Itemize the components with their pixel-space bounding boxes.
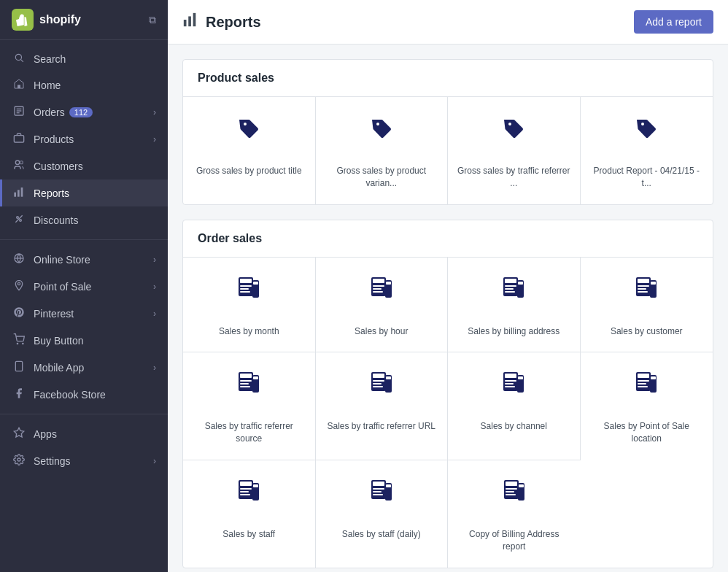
svg-rect-70 — [505, 374, 516, 378]
search-nav-icon — [12, 53, 26, 65]
sidebar-item-online-store[interactable]: Online Store› — [0, 246, 168, 273]
page-title: Reports — [206, 14, 261, 31]
report-card-sales-pos-location[interactable]: Sales by Point of Sale location — [581, 352, 713, 460]
svg-point-19 — [17, 343, 18, 344]
svg-rect-96 — [373, 494, 383, 495]
report-icon-sales-billing-address — [499, 275, 528, 318]
report-icon-copy-billing-address — [500, 478, 529, 521]
report-card-sales-staff[interactable]: Sales by staff — [183, 460, 316, 568]
orders-badge: 112 — [69, 107, 93, 117]
svg-rect-39 — [373, 288, 382, 290]
svg-rect-7 — [14, 136, 23, 142]
reports-icon — [182, 12, 198, 32]
svg-rect-2 — [18, 85, 20, 88]
svg-rect-33 — [240, 291, 250, 293]
point-of-sale-nav-icon — [12, 279, 26, 293]
report-card-sales-traffic-referrer-source[interactable]: Sales by traffic referrer source — [183, 352, 316, 460]
report-card-gross-product-title[interactable]: Gross sales by product title — [183, 97, 316, 204]
report-card-sales-hour[interactable]: Sales by hour — [316, 258, 449, 353]
sidebar-item-reports[interactable]: Reports — [0, 179, 168, 206]
sidebar-item-pinterest[interactable]: Pinterest› — [0, 300, 168, 327]
report-card-sales-channel[interactable]: Sales by channel — [448, 352, 581, 460]
apps-nav-icon — [12, 427, 26, 441]
customers-nav-icon — [12, 159, 26, 173]
main-content-area: Reports Add a report Product sales Gross… — [168, 0, 728, 572]
svg-rect-28 — [240, 279, 252, 283]
sidebar-item-home[interactable]: Home — [0, 72, 168, 98]
report-card-gross-traffic-referrer[interactable]: Gross sales by traffic referrer ... — [448, 97, 581, 204]
products-chevron: › — [153, 134, 156, 144]
svg-point-18 — [18, 282, 20, 285]
sidebar-item-discounts[interactable]: Discounts — [0, 206, 168, 233]
online-store-chevron: › — [153, 255, 156, 265]
sidebar-item-orders[interactable]: Orders112› — [0, 98, 168, 125]
report-card-sales-traffic-referrer-url[interactable]: Sales by traffic referrer URL — [316, 352, 449, 460]
settings-label: Settings — [34, 455, 71, 467]
svg-rect-25 — [188, 16, 191, 26]
svg-point-9 — [20, 161, 23, 164]
sidebar-item-buy-button[interactable]: Buy Button — [0, 327, 168, 354]
report-icon-sales-customer — [632, 275, 661, 318]
svg-rect-61 — [240, 386, 250, 387]
search-label: Search — [34, 53, 66, 65]
customers-label: Customers — [34, 161, 83, 172]
report-card-sales-month[interactable]: Sales by month — [183, 258, 316, 353]
sidebar-item-products[interactable]: Products› — [0, 125, 168, 152]
report-label-sales-channel: Sales by channel — [481, 420, 547, 433]
settings-chevron: › — [153, 456, 156, 466]
report-card-sales-customer[interactable]: Sales by customer — [581, 258, 713, 353]
buy-button-nav-icon — [12, 333, 26, 347]
svg-rect-80 — [638, 380, 649, 382]
report-icon-sales-traffic-referrer-url — [367, 370, 396, 413]
report-card-sales-staff-daily[interactable]: Sales by staff (daily) — [316, 460, 449, 568]
report-card-sales-billing-address[interactable]: Sales by billing address — [448, 258, 581, 353]
svg-rect-65 — [386, 376, 391, 379]
sidebar-item-facebook-store[interactable]: Facebook Store — [0, 381, 168, 408]
sidebar-logo: shopify — [12, 9, 81, 31]
svg-rect-53 — [638, 288, 646, 290]
add-report-button[interactable]: Add a report — [634, 10, 713, 34]
report-label-sales-traffic-referrer-url: Sales by traffic referrer URL — [328, 420, 436, 433]
sidebar-item-settings[interactable]: Settings› — [0, 447, 168, 474]
svg-rect-31 — [240, 285, 252, 287]
svg-rect-91 — [373, 482, 384, 486]
report-icon-sales-pos-location — [632, 370, 661, 413]
report-grid-product-sales: Gross sales by product title Gross sales… — [183, 97, 713, 204]
section-title-product-sales: Product sales — [198, 72, 698, 85]
orders-nav-icon — [12, 105, 26, 119]
report-label-sales-traffic-referrer-source: Sales by traffic referrer source — [192, 420, 306, 445]
svg-rect-47 — [505, 291, 515, 293]
sidebar-item-mobile-app[interactable]: Mobile App› — [0, 354, 168, 381]
svg-rect-87 — [240, 488, 252, 490]
section-product-sales: Product sales Gross sales by product tit… — [182, 59, 713, 205]
report-label-gross-traffic-referrer: Gross sales by traffic referrer ... — [457, 165, 571, 190]
sidebar-item-customers[interactable]: Customers — [0, 152, 168, 179]
svg-rect-88 — [240, 491, 249, 492]
mobile-app-nav-icon — [12, 360, 26, 374]
external-link-icon[interactable]: ⧉ — [149, 14, 156, 26]
sidebar-item-search[interactable]: Search — [0, 46, 168, 72]
svg-rect-54 — [638, 291, 648, 293]
sidebar: shopify ⧉ SearchHomeOrders112›Products›C… — [0, 0, 168, 572]
svg-rect-81 — [638, 383, 646, 384]
report-card-copy-billing-address[interactable]: Copy of Billing Address report — [448, 460, 581, 568]
point-of-sale-label: Point of Sale — [34, 281, 91, 293]
home-label: Home — [34, 80, 61, 91]
nav-divider — [0, 414, 168, 414]
svg-rect-12 — [21, 188, 23, 197]
report-card-product-report-0421[interactable]: Product Report - 04/21/15 - t... — [581, 97, 713, 204]
svg-point-20 — [23, 343, 23, 344]
svg-rect-42 — [505, 279, 516, 283]
report-label-sales-staff-daily: Sales by staff (daily) — [342, 528, 421, 541]
svg-rect-84 — [240, 482, 252, 486]
svg-rect-86 — [253, 484, 258, 487]
sidebar-item-apps[interactable]: Apps — [0, 420, 168, 447]
sidebar-item-point-of-sale[interactable]: Point of Sale› — [0, 273, 168, 300]
svg-rect-66 — [373, 380, 384, 382]
report-card-gross-product-variant[interactable]: Gross sales by product varian... — [316, 97, 449, 204]
report-label-sales-customer: Sales by customer — [611, 325, 683, 338]
report-label-sales-hour: Sales by hour — [355, 325, 408, 338]
svg-rect-30 — [253, 282, 258, 285]
svg-rect-38 — [373, 285, 384, 287]
report-grid-order-sales: Sales by month Sales by hour Sales by bi… — [183, 258, 713, 568]
